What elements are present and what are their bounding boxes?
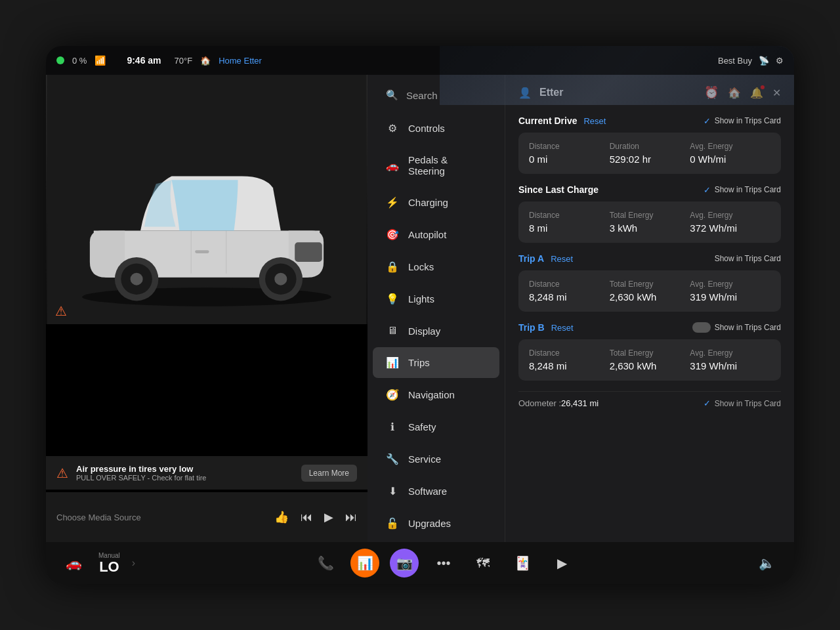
- skip-forward-button[interactable]: ⏭: [345, 511, 357, 524]
- trips-panel: 👤 Etter ⏰ 🏠 🔔 ✕ Current Drive Reset ✓ Sh…: [505, 75, 794, 542]
- alert-text: Air pressure in tires very low PULL OVER…: [76, 464, 293, 482]
- menu-item-charging[interactable]: ⚡ Charging: [373, 187, 499, 218]
- menu-item-controls[interactable]: ⚙ Controls: [373, 113, 499, 144]
- odometer-label: Odometer :: [518, 398, 561, 408]
- trip-b-header: Trip B Reset Show in Trips Card: [518, 322, 781, 333]
- trip-a-section: Trip A Reset Show in Trips Card Distance…: [518, 253, 781, 312]
- display-label: Display: [408, 326, 440, 337]
- trip-a-distance: Distance 8,248 mi: [529, 280, 610, 303]
- avg-energy-label: Avg. Energy: [690, 142, 770, 151]
- trip-b-avg-energy-label: Avg. Energy: [690, 348, 770, 358]
- slc-total-energy-value: 3 kWh: [610, 222, 690, 234]
- gear-value: LO: [99, 560, 119, 574]
- current-drive-reset-button[interactable]: Reset: [583, 116, 606, 126]
- car-status-button[interactable]: 🚗: [59, 549, 88, 578]
- since-last-charge-checkmark: ✓: [704, 185, 711, 195]
- menu-item-service[interactable]: 🔧 Service: [373, 444, 499, 474]
- media-controls: 👍 ⏮ ▶ ⏭: [274, 510, 357, 524]
- menu-item-safety[interactable]: ℹ Safety: [373, 411, 499, 442]
- trip-b-total-energy-label: Total Energy: [610, 348, 690, 358]
- gear-arrow-right: ›: [132, 557, 135, 569]
- trip-b-distance-label: Distance: [529, 348, 610, 358]
- media-button[interactable]: ▶: [547, 549, 576, 578]
- alert-subtitle: PULL OVER SAFELY - Check for flat tire: [76, 474, 293, 482]
- settings-icon[interactable]: ⚙: [776, 56, 784, 66]
- phone-button[interactable]: 📞: [311, 549, 340, 578]
- menu-item-display[interactable]: 🖥 Display: [373, 316, 499, 346]
- current-drive-checkmark: ✓: [704, 116, 711, 126]
- since-last-charge-header: Since Last Charge ✓ Show in Trips Card: [518, 184, 781, 195]
- trip-b-avg-energy: Avg. Energy 319 Wh/mi: [690, 348, 770, 371]
- slc-avg-energy: Avg. Energy 372 Wh/mi: [690, 211, 770, 234]
- wifi-icon: 📶: [94, 55, 106, 66]
- cards-button[interactable]: 🃏: [508, 549, 537, 578]
- since-last-charge-section: Since Last Charge ✓ Show in Trips Card D…: [518, 184, 781, 243]
- search-label: Search: [406, 90, 438, 101]
- software-label: Software: [408, 486, 447, 497]
- menu-item-lights[interactable]: 💡 Lights: [373, 284, 499, 314]
- current-drive-title: Current Drive: [518, 116, 577, 126]
- software-icon: ⬇: [386, 485, 399, 497]
- menu-item-locks[interactable]: 🔒 Locks: [373, 251, 499, 282]
- trip-b-row: Distance 8,248 mi Total Energy 2,630 kWh…: [529, 348, 770, 371]
- menu-item-trips[interactable]: 📊 Trips: [373, 347, 499, 378]
- locks-label: Locks: [408, 261, 434, 272]
- since-last-charge-show-trips[interactable]: ✓ Show in Trips Card: [704, 185, 781, 195]
- safety-icon: ℹ: [386, 421, 399, 433]
- controls-icon: ⚙: [386, 122, 399, 135]
- current-drive-show-trips-label: Show in Trips Card: [715, 116, 781, 125]
- autopilot-label: Autopilot: [408, 229, 446, 240]
- trip-b-toggle[interactable]: [692, 322, 711, 333]
- left-panel: ⚠ ⚠ Air pressure in tires very low PULL …: [46, 75, 368, 542]
- svg-rect-11: [195, 250, 209, 253]
- trip-a-row: Distance 8,248 mi Total Energy 2,630 kWh…: [529, 280, 770, 303]
- play-button[interactable]: ▶: [324, 510, 333, 524]
- location-icon: 🏠: [200, 56, 211, 66]
- upgrades-icon: 🔓: [386, 517, 399, 530]
- camera-button[interactable]: 📷: [390, 549, 419, 578]
- odometer-checkmark: ✓: [704, 398, 711, 408]
- alert-title: Air pressure in tires very low: [76, 464, 293, 474]
- trip-b-card: Distance 8,248 mi Total Energy 2,630 kWh…: [518, 339, 781, 381]
- navigation-button[interactable]: 🗺: [469, 549, 497, 578]
- trip-a-show-trips[interactable]: Show in Trips Card: [715, 254, 781, 263]
- odometer-show-trips-label: Show in Trips Card: [715, 399, 781, 408]
- menu-item-navigation[interactable]: 🧭 Navigation: [373, 379, 499, 410]
- trip-b-distance: Distance 8,248 mi: [529, 348, 610, 371]
- menu-item-upgrades[interactable]: 🔓 Upgrades: [373, 508, 499, 539]
- distance-value: 0 mi: [529, 154, 610, 165]
- duration-value: 529:02 hr: [610, 154, 690, 165]
- skip-back-button[interactable]: ⏮: [301, 511, 312, 524]
- trip-a-title: Trip A: [518, 253, 544, 264]
- slc-total-energy-label: Total Energy: [610, 211, 690, 220]
- svg-point-8: [274, 273, 287, 285]
- volume-button[interactable]: 🔈: [752, 549, 781, 578]
- trip-a-total-energy: Total Energy 2,630 kWh: [610, 280, 690, 303]
- trip-b-reset-button[interactable]: Reset: [551, 323, 574, 333]
- menu-item-autopilot[interactable]: 🎯 Autopilot: [373, 219, 499, 250]
- trip-a-show-trips-label: Show in Trips Card: [715, 254, 781, 263]
- current-drive-row: Distance 0 mi Duration 529:02 hr Avg. En…: [529, 142, 770, 165]
- trip-b-show-trips[interactable]: Show in Trips Card: [692, 322, 781, 333]
- odometer-show-trips[interactable]: ✓ Show in Trips Card: [704, 398, 781, 408]
- menu-item-pedals[interactable]: 🚗 Pedals & Steering: [373, 145, 499, 186]
- display-icon: 🖥: [386, 325, 399, 337]
- trips-button[interactable]: 📊: [350, 549, 379, 578]
- trip-a-avg-energy-value: 319 Wh/mi: [690, 291, 770, 303]
- learn-more-button[interactable]: Learn More: [301, 465, 357, 482]
- current-drive-header: Current Drive Reset ✓ Show in Trips Card: [518, 116, 781, 126]
- menu-item-software[interactable]: ⬇ Software: [373, 476, 499, 507]
- media-source-text[interactable]: Choose Media Source: [56, 513, 141, 522]
- trip-a-reset-button[interactable]: Reset: [551, 254, 573, 264]
- status-dot: [56, 56, 64, 64]
- thumbs-up-button[interactable]: 👍: [274, 510, 289, 524]
- signal-icon: 📡: [759, 56, 769, 66]
- charging-icon: ⚡: [386, 196, 399, 209]
- since-last-charge-row: Distance 8 mi Total Energy 3 kWh Avg. En…: [529, 211, 770, 234]
- slc-avg-energy-label: Avg. Energy: [690, 211, 770, 220]
- trip-b-distance-value: 8,248 mi: [529, 360, 610, 371]
- current-drive-show-trips[interactable]: ✓ Show in Trips Card: [704, 116, 781, 126]
- more-apps-button[interactable]: •••: [429, 549, 458, 578]
- current-drive-card: Distance 0 mi Duration 529:02 hr Avg. En…: [518, 133, 781, 174]
- gear-display: Manual LO: [98, 552, 120, 574]
